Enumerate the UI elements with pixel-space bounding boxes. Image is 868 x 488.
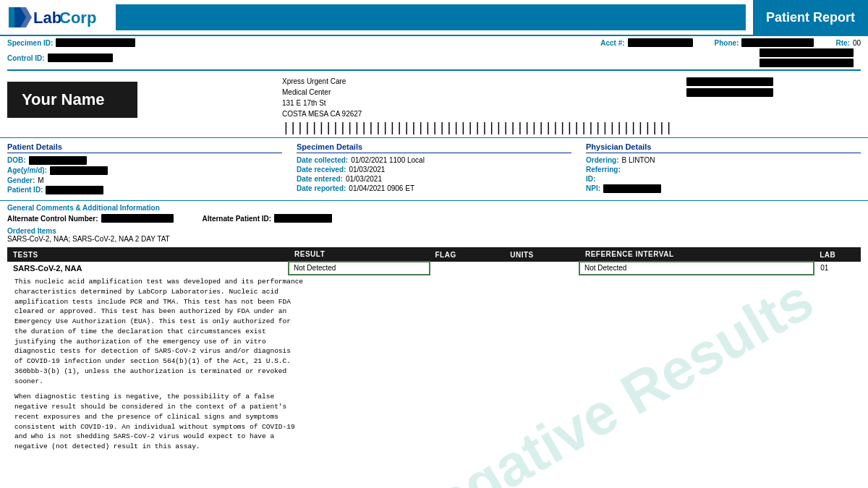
result-cell: Not Detected [289, 262, 430, 275]
specimen-row: Specimen ID: Acct #: Phone: Rte: 00 [0, 36, 868, 47]
address-section: Xpress Urgent Care Medical Center 131 E … [282, 76, 861, 134]
units-cell [504, 262, 579, 275]
comment-cell: This nucleic acid amplification test was… [7, 275, 861, 453]
test-name-cell: SARS-CoV-2, NAA [7, 262, 289, 275]
entered-row: Date entered: 01/03/2021 [297, 175, 571, 183]
alt-row: Alternate Control Number: Alternate Pati… [7, 214, 861, 223]
logo-section: Lab Corp [0, 0, 109, 35]
results-table-wrapper: TESTS RESULT FLAG UNITS REFERENCE INTERV… [0, 244, 868, 455]
facility-address: Xpress Urgent Care Medical Center 131 E … [282, 76, 672, 134]
patient-id-row: Patient ID: [7, 186, 282, 194]
ordering-row: Ordering: B LINTON [586, 156, 861, 164]
patient-report-label: Patient Report [753, 0, 868, 35]
name-section: Your Name [7, 76, 282, 134]
col-units: UNITS [504, 247, 579, 262]
header-spacer [116, 4, 746, 30]
comment-text-1: This nucleic acid amplification test was… [7, 275, 861, 388]
acct-redacted [628, 38, 693, 47]
npi-row: NPI: [586, 184, 861, 193]
flag-cell [430, 262, 505, 275]
dob-row: DOB: [7, 156, 282, 165]
alt-patient-field: Alternate Patient ID: [203, 214, 333, 223]
physician-details-col: Physician Details Ordering: B LINTON Ref… [586, 142, 861, 196]
header: Lab Corp Patient Report [0, 0, 868, 36]
col-tests: TESTS [7, 247, 289, 262]
labcorp-logo: Lab Corp [7, 4, 101, 30]
ordered-items-section: Ordered Items SARS-CoV-2, NAA; SARS-CoV-… [0, 226, 868, 244]
phone-field: Phone: [715, 38, 814, 47]
acct-field: Acct #: [600, 38, 692, 47]
addr-redacted-2 [686, 88, 773, 97]
patient-name-box: Your Name [7, 82, 137, 118]
addr-redacted-1 [686, 77, 773, 86]
phone-redacted [741, 38, 814, 47]
dob-redacted [29, 156, 87, 165]
comment-row: This nucleic acid amplification test was… [7, 275, 861, 453]
age-row: Age(y/m/d): [7, 166, 282, 175]
col-flag: FLAG [430, 247, 505, 262]
rte-field: Rte: 00 [835, 38, 861, 47]
specimen-details-col: Specimen Details Date collected: 01/02/2… [297, 142, 571, 196]
npi-redacted [603, 184, 661, 193]
alt-patient-redacted [274, 214, 332, 223]
reference-cell: Not Detected [579, 262, 814, 275]
reported-row: Date reported: 01/04/2021 0906 ET [297, 184, 571, 192]
table-header-row: TESTS RESULT FLAG UNITS REFERENCE INTERV… [7, 247, 861, 262]
page: Lab Corp Patient Report Specimen ID: Acc… [0, 0, 868, 488]
specimen-redacted [56, 38, 135, 47]
control-field: Control ID: [7, 48, 113, 67]
referring-row: Referring: [586, 166, 861, 174]
right-redacted-2 [760, 59, 854, 67]
col-reference: REFERENCE INTERVAL [579, 247, 814, 262]
general-comments-section: General Comments & Additional Informatio… [0, 201, 868, 226]
collected-row: Date collected: 01/02/2021 1100 Local [297, 156, 571, 164]
alt-control-redacted [101, 214, 174, 223]
barcode: ||||||||||||||||||||||||||||||||||||||||… [282, 121, 672, 134]
col-lab: LAB [814, 247, 861, 262]
svg-marker-1 [14, 7, 32, 27]
lab-cell: 01 [814, 262, 861, 275]
table-row: SARS-CoV-2, NAA Not Detected Not Detecte… [7, 262, 861, 275]
gender-row: Gender: M [7, 176, 282, 184]
phys-id-row: ID: [586, 175, 861, 183]
specimen-field: Specimen ID: [7, 38, 135, 47]
alt-control-field: Alternate Control Number: [7, 214, 174, 223]
control-row: Control ID: [0, 47, 868, 67]
comment-text-2: When diagnostic testing is negative, the… [7, 390, 861, 453]
svg-text:Corp: Corp [59, 9, 96, 27]
right-redacted-1 [760, 48, 854, 57]
col-result: RESULT [289, 247, 430, 262]
patient-details-col: Patient Details DOB: Age(y/m/d): Gender:… [7, 142, 282, 196]
patient-id-redacted [46, 186, 103, 194]
svg-text:Lab: Lab [33, 9, 61, 27]
results-table: TESTS RESULT FLAG UNITS REFERENCE INTERV… [7, 247, 861, 453]
age-redacted [50, 166, 108, 175]
name-address-section: Your Name Xpress Urgent Care Medical Cen… [0, 73, 868, 137]
received-row: Date received: 01/03/2021 [297, 166, 571, 174]
details-section: Patient Details DOB: Age(y/m/d): Gender:… [0, 137, 868, 201]
control-redacted [48, 53, 113, 62]
divider-line [7, 69, 861, 71]
